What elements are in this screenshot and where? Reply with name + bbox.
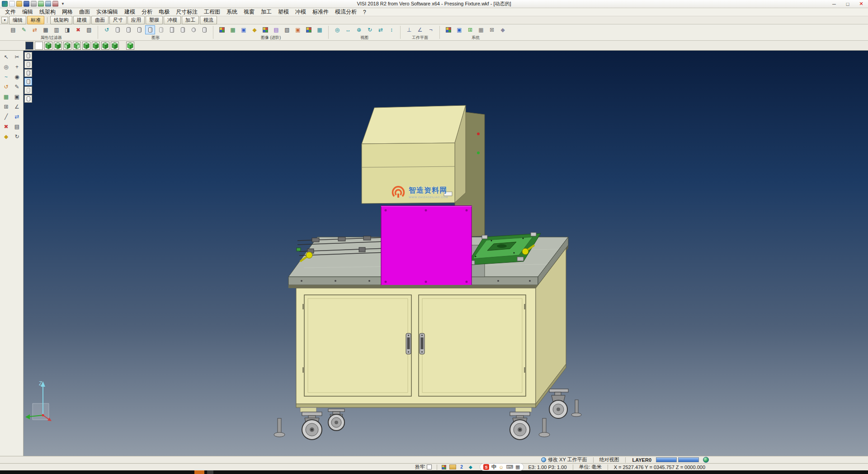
viewport-3d[interactable]: Z 智造资料网 WWW.ZHIZAOZILIAO.COM xyxy=(24,51,868,456)
texture-icon[interactable]: ▦ xyxy=(228,25,238,34)
view-iso-icon[interactable] xyxy=(44,42,52,50)
point-icon[interactable]: ◉ xyxy=(12,72,22,81)
open-file-icon[interactable] xyxy=(16,1,22,7)
menu-item-machining[interactable]: 加工 xyxy=(258,8,275,16)
line-draw-icon[interactable]: ╱ xyxy=(1,112,11,121)
cylinder-rendered-icon[interactable] xyxy=(145,25,155,34)
view-bottom-icon[interactable] xyxy=(101,42,109,50)
view-mode-label[interactable]: 绝对视图 xyxy=(599,456,619,463)
shade-transparent-icon[interactable] xyxy=(24,86,32,94)
tab-dimension[interactable]: 尺寸 xyxy=(109,16,127,24)
hatch-filter-icon[interactable]: ▧ xyxy=(84,25,94,34)
tab-modeling[interactable]: 建模 xyxy=(73,16,90,24)
menu-item-surface[interactable]: 曲面 xyxy=(76,8,93,16)
menu-item-solid-edit[interactable]: 实体编辑 xyxy=(93,8,121,16)
box-snap-icon[interactable]: ⊞ xyxy=(1,102,11,111)
caster-rear-left[interactable] xyxy=(328,409,344,431)
redo-arrow-icon[interactable]: ↻ xyxy=(12,132,22,141)
menu-item-wireframe[interactable]: 线架构 xyxy=(36,8,59,16)
pan-icon[interactable]: ↔ xyxy=(343,25,353,34)
ime-smiley-icon[interactable]: ☺ xyxy=(499,465,504,470)
view-plane-icon[interactable] xyxy=(35,42,43,50)
delete-filter-icon[interactable]: ✖ xyxy=(73,25,83,34)
stereo-icon[interactable]: ▣ xyxy=(293,25,303,34)
shade-smooth-icon[interactable] xyxy=(24,78,32,85)
units-label[interactable]: 单位: 毫米 xyxy=(579,464,602,470)
taskbar-app-gray[interactable] xyxy=(207,470,213,474)
attribute-table-icon[interactable]: ▥ xyxy=(52,25,61,34)
view-front-icon[interactable] xyxy=(63,42,71,50)
tab-edit[interactable]: 编辑 xyxy=(9,16,26,24)
door-handle-left[interactable] xyxy=(406,333,411,354)
workplane-angle-icon[interactable]: ∠ xyxy=(415,25,425,34)
print-icon[interactable] xyxy=(31,1,37,7)
shade-filter-icon[interactable]: ◨ xyxy=(62,25,72,34)
shadow-icon[interactable] xyxy=(260,25,270,34)
menu-item-molding[interactable]: 塑模 xyxy=(275,8,292,16)
move-icon[interactable]: + xyxy=(12,62,22,71)
new-file-icon[interactable] xyxy=(9,1,15,7)
menu-item-mesh[interactable]: 网格 xyxy=(59,8,76,16)
tab-surface[interactable]: 曲面 xyxy=(91,16,108,24)
menu-item-dimensioning[interactable]: 尺寸标注 xyxy=(173,8,201,16)
menu-item-file[interactable]: 文件 xyxy=(2,8,19,16)
angle-measure-icon[interactable]: ∠ xyxy=(12,102,22,111)
workplane-normal-icon[interactable]: ¬ xyxy=(426,25,436,34)
cabinet-door-right[interactable] xyxy=(419,295,526,396)
info-icon[interactable]: ◆ xyxy=(467,464,474,470)
ime-lang-indicator[interactable]: 中 xyxy=(491,464,496,470)
previous-view-icon[interactable]: ⇄ xyxy=(376,25,386,34)
properties-icon[interactable]: ▤ xyxy=(8,25,18,34)
help-icon[interactable]: 2 xyxy=(458,464,465,470)
edit-attributes-icon[interactable]: ✎ xyxy=(19,25,29,34)
cad-surface-icon[interactable]: ◆ xyxy=(498,25,508,34)
edit-pencil-icon[interactable]: ✎ xyxy=(12,82,22,91)
menu-item-stamping[interactable]: 冲模 xyxy=(292,8,309,16)
open-folder-icon[interactable] xyxy=(449,465,456,469)
tab-flow[interactable]: 模流 xyxy=(200,16,217,24)
render-settings-icon[interactable] xyxy=(217,25,227,34)
undo-icon[interactable] xyxy=(38,1,44,7)
tab-standard[interactable]: 标准 xyxy=(27,16,44,24)
menu-item-edit[interactable]: 编辑 xyxy=(19,8,36,16)
regen-icon[interactable]: ↺ xyxy=(102,25,112,34)
menu-item-electrode[interactable]: 电极 xyxy=(156,8,173,16)
tab-wireframe[interactable]: 线架构 xyxy=(50,16,72,24)
zoom-select-icon[interactable]: ◎ xyxy=(1,62,11,71)
cylinder-hidden-icon[interactable] xyxy=(123,25,133,34)
tab-dropdown-icon[interactable]: ▼ xyxy=(1,17,8,24)
workplane-xy-icon[interactable]: ⊥ xyxy=(404,25,414,34)
swap-view-icon[interactable]: ⇄ xyxy=(12,112,22,121)
minimize-button[interactable]: ─ xyxy=(827,0,841,8)
torus-display-icon[interactable] xyxy=(199,25,209,34)
door-handle-right[interactable] xyxy=(420,333,425,354)
cylinder-wire-icon[interactable] xyxy=(113,25,123,34)
shade-hidden-icon[interactable] xyxy=(24,61,32,68)
system-colors-icon[interactable] xyxy=(443,25,453,34)
fill-color-icon[interactable]: ◆ xyxy=(1,132,11,141)
ime-logo-icon[interactable]: S xyxy=(483,464,489,470)
material-icon[interactable]: ▣ xyxy=(239,25,249,34)
ime-keyboard-icon[interactable]: ⌨ xyxy=(506,464,513,470)
layers-icon[interactable]: ▤ xyxy=(12,122,22,131)
view-left-icon[interactable] xyxy=(82,42,90,50)
view-right-icon[interactable] xyxy=(73,42,81,50)
snap-settings-icon[interactable] xyxy=(440,464,448,470)
trim-scissors-icon[interactable]: ✂ xyxy=(12,52,22,62)
box-display-icon[interactable] xyxy=(167,25,177,34)
curve-icon[interactable]: ~ xyxy=(1,72,11,81)
menu-item-standard-parts[interactable]: 标准件 xyxy=(309,8,332,16)
cad-scene[interactable]: Z xyxy=(24,51,868,456)
workplane-label[interactable]: 修改 XY 工作平面 xyxy=(548,456,587,463)
menu-item-window[interactable]: 视窗 xyxy=(241,8,258,16)
mesh-icon[interactable]: ▦ xyxy=(1,92,11,101)
cylinder-transparent-icon[interactable] xyxy=(156,25,166,34)
menu-item-modeling[interactable]: 建模 xyxy=(121,8,138,16)
shade-flat-icon[interactable] xyxy=(24,69,32,77)
layer-indicator[interactable]: LAYER0 xyxy=(632,457,651,463)
app-logo-icon[interactable] xyxy=(2,1,8,7)
delete-entity-icon[interactable]: ✖ xyxy=(1,122,11,131)
menu-item-flow-analysis[interactable]: 模流分析 xyxy=(332,8,360,16)
dynamic-view-icon[interactable]: ↕ xyxy=(387,25,396,34)
solid-icon[interactable]: ▣ xyxy=(12,92,22,101)
